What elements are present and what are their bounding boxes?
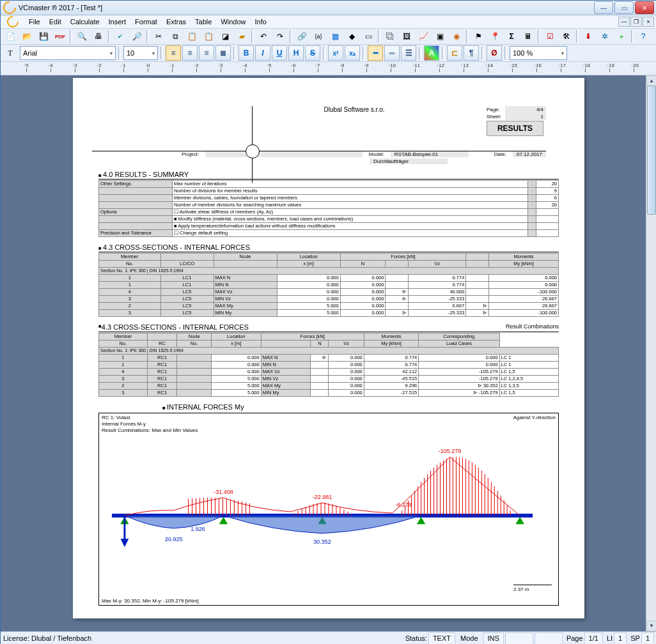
superscript-button[interactable]: x²	[328, 45, 343, 61]
line1-icon[interactable]: ━	[368, 45, 383, 61]
symbol-button[interactable]: Ø	[487, 45, 502, 61]
ruler[interactable]: ⋅5⋅4⋅3⋅2⋅1⋅0⋅1⋅2⋅3⋅4⋅5⋅6⋅7⋅8⋅9⋅10⋅11⋅12⋅…	[1, 62, 656, 75]
flag-icon[interactable]: ⚑	[471, 29, 486, 44]
page-value: 4/4	[505, 106, 546, 113]
bold-button[interactable]: B	[238, 45, 254, 61]
cut-icon[interactable]: ✂	[151, 29, 166, 44]
menu-table[interactable]: Table	[191, 17, 215, 27]
image-icon[interactable]: 🖼	[399, 29, 414, 44]
statusbar: License: Dlubal / Tiefenbach Status: TEX…	[1, 631, 656, 644]
vertical-scrollbar[interactable]: ▲ ▼	[646, 75, 656, 631]
component-icon[interactable]: ◉	[449, 29, 464, 44]
link-icon[interactable]: 🔗	[294, 29, 309, 44]
plus-icon[interactable]: ＋	[614, 29, 629, 44]
align-right-icon[interactable]: ≡	[199, 45, 214, 61]
menu-window[interactable]: Window	[217, 17, 249, 27]
line2-icon[interactable]: ═	[384, 45, 400, 61]
object2-icon[interactable]: ▣	[432, 29, 448, 44]
object-icon[interactable]: ◆	[344, 29, 359, 44]
window-title: VCmaster ® 2017 - [Test *]	[19, 4, 594, 12]
child-close[interactable]: ×	[643, 17, 654, 27]
status-label: Status:	[405, 634, 427, 642]
section-title-43b: 4.3 CROSS-SECTIONS - INTERNAL FORCESResu…	[98, 323, 559, 332]
child-restore[interactable]: ❐	[630, 17, 642, 27]
spellcheck-icon[interactable]: ✔	[113, 29, 128, 44]
tab-button[interactable]: ⊏	[447, 45, 462, 61]
chart-icon[interactable]: 📈	[416, 29, 431, 44]
new-icon[interactable]: 📄	[3, 29, 18, 44]
check-icon[interactable]: ☑	[542, 29, 558, 44]
project-label: Project:	[182, 151, 199, 157]
menu-extras[interactable]: Extras	[162, 17, 190, 27]
strike-button[interactable]: S	[305, 45, 320, 61]
copy-icon[interactable]: ⧉	[168, 29, 183, 44]
subscript-button[interactable]: x₂	[345, 45, 360, 61]
status-sp-value: 1	[641, 632, 654, 645]
menu-file[interactable]: File	[25, 17, 44, 27]
status-empty1	[505, 632, 533, 645]
save-icon[interactable]: 💾	[36, 29, 51, 44]
eraser-icon[interactable]: ◪	[217, 29, 233, 44]
chart-subtitle2: Result Combinations: Max and Min Values	[102, 427, 198, 433]
tools-icon[interactable]: 🛠	[559, 29, 574, 44]
align-center-icon[interactable]: ≡	[182, 45, 198, 61]
search-icon[interactable]: 🔎	[129, 29, 144, 44]
menu-format[interactable]: Format	[131, 17, 161, 27]
color-button[interactable]: A	[424, 45, 439, 61]
sum-icon[interactable]: Σ	[504, 29, 519, 44]
paste-special-icon[interactable]: 📋	[201, 29, 216, 44]
redo-icon[interactable]: ↷	[272, 29, 288, 44]
marker-icon[interactable]: ⬇	[581, 29, 596, 44]
pdf-icon[interactable]: PDF	[52, 29, 68, 44]
underline-button[interactable]: U	[272, 45, 287, 61]
menu-info[interactable]: Info	[251, 17, 270, 27]
document-area[interactable]: ▲ ▼ ▤ ▤ ▤ Dlubal Software s.r.o.	[1, 75, 656, 631]
italic-button[interactable]: I	[255, 45, 270, 61]
forces-table-b: MemberNodeLocationForces [kN]MomentsCorr…	[98, 333, 559, 397]
paragraph-button[interactable]: ¶	[464, 45, 479, 61]
scroll-up-icon[interactable]: ▲	[646, 75, 656, 86]
undo-icon[interactable]: ↶	[256, 29, 271, 44]
minimize-button[interactable]: —	[594, 1, 613, 14]
fontsize-select[interactable]: 10	[123, 46, 158, 60]
status-page-label: Page	[566, 634, 583, 642]
line3-icon[interactable]: ☰	[401, 45, 416, 61]
help-icon[interactable]: ?	[636, 29, 651, 44]
model-subtitle: Durchlaufträger	[370, 158, 448, 164]
close-button[interactable]: ✕	[635, 1, 654, 14]
align-left-icon[interactable]: ≡	[166, 45, 181, 61]
font-type-icon[interactable]: T	[3, 45, 18, 61]
crop-icon[interactable]: ⿻	[382, 29, 398, 44]
moment-diagram: RC 1: Volast Internal Forces M-y Result …	[98, 413, 559, 606]
open-icon[interactable]: 📂	[19, 29, 35, 44]
svg-text:20.925: 20.925	[165, 536, 182, 542]
table-icon[interactable]: ▦	[327, 29, 343, 44]
high-button[interactable]: H	[288, 45, 304, 61]
scroll-thumb[interactable]	[647, 86, 656, 215]
zoom-select[interactable]: 100 %	[510, 46, 567, 60]
chart-direction-label: Against Y-direction	[513, 415, 556, 420]
menu-insert[interactable]: Insert	[105, 17, 130, 27]
chart-scale-label: 2.37 m	[513, 585, 552, 592]
paste-icon[interactable]: 📋	[184, 29, 199, 44]
status-empty2	[535, 632, 563, 645]
menu-edit[interactable]: Edit	[45, 17, 65, 27]
field-icon[interactable]: {a}	[311, 29, 326, 44]
print-preview-icon[interactable]: 🔍	[74, 29, 90, 44]
calc-icon[interactable]: 🖩	[520, 29, 536, 44]
gear-icon[interactable]: ✲	[597, 29, 613, 44]
pin-icon[interactable]: 📍	[487, 29, 503, 44]
scroll-down-icon[interactable]: ▼	[646, 620, 656, 631]
menu-calculate[interactable]: Calculate	[66, 17, 104, 27]
svg-text:-6.279: -6.279	[395, 502, 411, 508]
frame-icon[interactable]: ▭	[361, 29, 376, 44]
align-justify-icon[interactable]: ≣	[215, 45, 231, 61]
app-menu-icon[interactable]	[3, 15, 24, 29]
summary-table: Other SettingsMax number of iterations:2…	[98, 180, 559, 237]
maximize-button[interactable]: ▭	[614, 1, 634, 14]
font-select[interactable]: Arial	[20, 46, 116, 60]
status-mode-text: TEXT	[428, 632, 455, 645]
child-minimize[interactable]: —	[618, 17, 630, 27]
print-icon[interactable]: 🖶	[91, 29, 106, 44]
highlight-icon[interactable]: ▰	[234, 29, 249, 44]
